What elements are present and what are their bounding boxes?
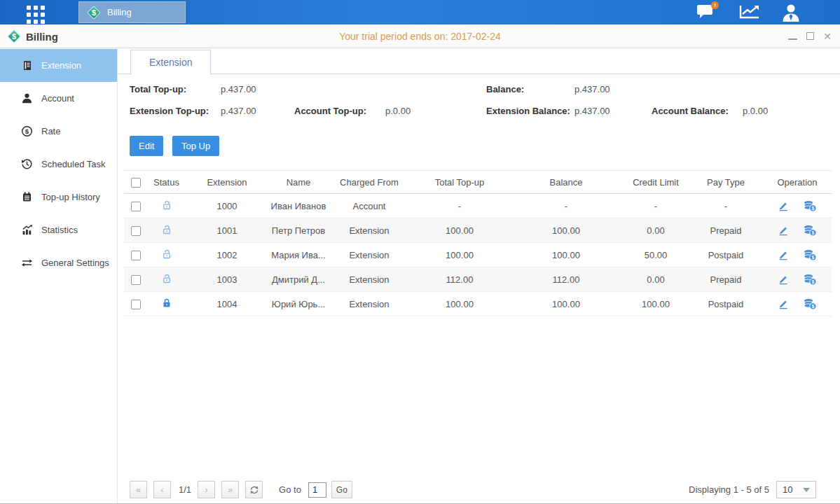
table-row: 1003 Дмитрий Д... Extension 112.00 112.0… xyxy=(124,267,832,292)
tab-bar: Extension xyxy=(118,49,840,74)
credit-limit-cell: 50.00 xyxy=(623,243,689,267)
go-button[interactable]: Go xyxy=(331,481,352,498)
operation-cell: $ xyxy=(763,218,832,243)
status-cell xyxy=(147,243,186,267)
top-up-row-icon[interactable]: $ xyxy=(803,200,817,212)
extension-cell: 1002 xyxy=(186,243,268,267)
top-up-button[interactable]: Top Up xyxy=(172,136,219,156)
top-up-row-icon[interactable]: $ xyxy=(803,274,817,286)
maximize-button[interactable] xyxy=(806,31,814,41)
sidebar-item-scheduled-task[interactable]: Scheduled Task xyxy=(0,148,117,181)
extension-cell: 1000 xyxy=(186,194,268,218)
row-checkbox[interactable] xyxy=(131,300,141,309)
col-extension: Extension xyxy=(186,171,268,194)
charged-from-cell: Extension xyxy=(329,267,410,292)
sidebar-item-general-settings[interactable]: General Settings xyxy=(0,246,117,279)
sidebar-item-label: Statistics xyxy=(41,225,78,235)
tab-extension[interactable]: Extension xyxy=(130,50,211,75)
row-checkbox[interactable] xyxy=(131,226,141,236)
row-checkbox[interactable] xyxy=(131,275,141,285)
balance-cell: 112.00 xyxy=(509,267,623,292)
page-size-value: 10 xyxy=(783,484,792,495)
col-name: Name xyxy=(268,171,329,194)
edit-row-icon[interactable] xyxy=(778,249,789,260)
account-balance-value: p.0.00 xyxy=(743,106,768,116)
sidebar-item-extension[interactable]: Extension xyxy=(0,49,117,82)
refresh-icon xyxy=(249,485,259,495)
total-topup-value: p.437.00 xyxy=(221,84,256,94)
top-up-row-icon[interactable]: $ xyxy=(803,249,817,261)
table-row: 1001 Петр Петров Extension 100.00 100.00… xyxy=(124,218,832,243)
total-topup-cell: 100.00 xyxy=(410,243,509,267)
charged-from-cell: Extension xyxy=(329,218,410,243)
sidebar-item-label: Rate xyxy=(41,126,60,136)
status-cell xyxy=(147,292,186,316)
edit-button[interactable]: Edit xyxy=(130,136,163,156)
credit-limit-cell: 0.00 xyxy=(623,218,689,243)
operation-cell: $ xyxy=(763,194,832,218)
extension-cell: 1003 xyxy=(186,267,268,292)
sidebar-item-statistics[interactable]: Statistics xyxy=(0,214,117,246)
edit-row-icon[interactable] xyxy=(778,225,789,236)
sidebar-item-account[interactable]: Account xyxy=(0,82,117,115)
prev-page-button[interactable]: ‹ xyxy=(153,481,171,498)
taskbar-tab-label: Billing xyxy=(107,7,132,18)
status-cell xyxy=(147,218,186,243)
close-button[interactable]: ✕ xyxy=(823,31,832,41)
last-page-button[interactable]: » xyxy=(221,481,239,498)
statistics-icon xyxy=(21,224,33,236)
page-size-select[interactable]: 10 xyxy=(776,481,816,498)
row-checkbox[interactable] xyxy=(131,251,141,260)
unlocked-icon xyxy=(161,273,172,284)
name-cell: Петр Петров xyxy=(268,218,329,243)
name-cell: Мария Ива... xyxy=(268,243,329,267)
next-page-button[interactable]: › xyxy=(198,481,215,498)
top-bar: $ Billing ! xyxy=(0,0,840,24)
row-checkbox[interactable] xyxy=(131,202,141,211)
user-account-icon[interactable] xyxy=(780,3,804,22)
extension-balance-label: Extension Balance: xyxy=(486,106,570,116)
total-topup-cell: 100.00 xyxy=(410,292,509,316)
status-cell xyxy=(147,267,186,292)
goto-page-input[interactable] xyxy=(308,482,326,498)
extension-balance-value: p.437.00 xyxy=(574,106,610,116)
sidebar: Extension Account $ Rate Scheduled Task xyxy=(0,49,118,503)
refresh-button[interactable] xyxy=(245,481,263,498)
svg-text:$: $ xyxy=(811,303,814,309)
sidebar-item-rate[interactable]: $ Rate xyxy=(0,115,117,148)
extension-cell: 1001 xyxy=(186,218,268,243)
charged-from-cell: Extension xyxy=(329,292,410,316)
account-balance-label: Account Balance: xyxy=(652,106,729,116)
select-all-checkbox[interactable] xyxy=(131,178,141,188)
top-up-row-icon[interactable]: $ xyxy=(803,298,817,310)
messages-icon[interactable]: ! xyxy=(696,3,719,22)
billing-app-icon: $ xyxy=(87,6,101,20)
col-charged-from: Charged From xyxy=(329,171,410,194)
svg-text:$: $ xyxy=(811,230,814,235)
first-page-button[interactable]: « xyxy=(130,481,147,498)
col-credit-limit: Credit Limit xyxy=(623,171,689,194)
sidebar-item-label: Extension xyxy=(41,60,81,71)
taskbar-tab-billing[interactable]: $ Billing xyxy=(78,1,186,23)
sidebar-item-label: Account xyxy=(41,93,74,104)
goto-label: Go to xyxy=(279,484,301,495)
sidebar-item-topup-history[interactable]: Top-up History xyxy=(0,181,117,214)
general-settings-icon xyxy=(21,257,33,269)
operation-cell: $ xyxy=(763,292,832,316)
edit-row-icon[interactable] xyxy=(778,298,789,309)
col-status: Status xyxy=(147,171,186,194)
resource-monitor-icon[interactable] xyxy=(738,3,762,22)
minimize-button[interactable] xyxy=(788,31,797,41)
credit-limit-cell: 100.00 xyxy=(623,292,689,316)
edit-row-icon[interactable] xyxy=(778,274,789,285)
edit-row-icon[interactable] xyxy=(778,200,789,211)
table-header-row: Status Extension Name Charged From Total… xyxy=(124,171,832,194)
total-topup-label: Total Top-up: xyxy=(130,84,186,94)
extension-icon xyxy=(21,59,33,71)
scheduled-task-icon xyxy=(21,158,33,170)
account-topup-value: p.0.00 xyxy=(385,106,411,116)
top-up-row-icon[interactable]: $ xyxy=(803,225,817,237)
locked-icon xyxy=(161,298,172,309)
sidebar-item-label: Scheduled Task xyxy=(41,159,106,169)
app-launcher-icon[interactable] xyxy=(27,6,45,24)
